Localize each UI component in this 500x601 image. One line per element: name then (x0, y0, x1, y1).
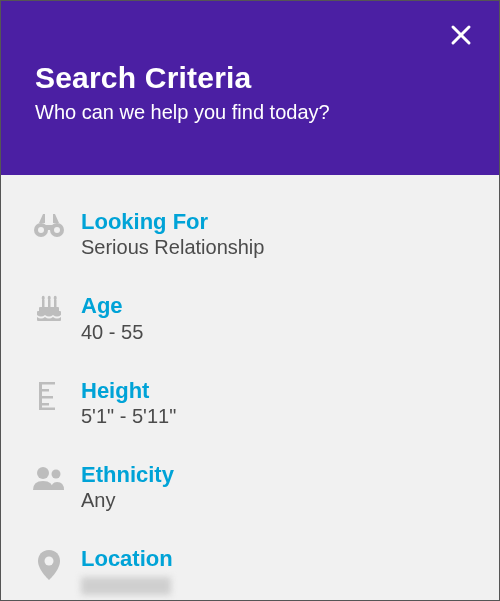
header: Search Criteria Who can we help you find… (1, 1, 499, 175)
criterion-location[interactable]: Location (31, 534, 469, 601)
svg-point-22 (52, 469, 61, 478)
location-pin-icon (31, 548, 67, 584)
people-icon (31, 464, 67, 500)
criterion-value-redacted (81, 573, 469, 600)
criterion-looking-for[interactable]: Looking For Serious Relationship (31, 197, 469, 281)
svg-point-13 (48, 296, 51, 300)
svg-rect-19 (39, 403, 49, 406)
criterion-value: 40 - 55 (81, 321, 469, 344)
svg-rect-20 (39, 407, 55, 410)
svg-point-12 (42, 296, 45, 300)
page-title: Search Criteria (35, 61, 465, 95)
criterion-ethnicity[interactable]: Ethnicity Any (31, 450, 469, 534)
criterion-age[interactable]: Age 40 - 55 (31, 281, 469, 365)
criterion-label: Ethnicity (81, 462, 469, 487)
svg-rect-18 (39, 396, 53, 399)
svg-rect-17 (39, 389, 49, 392)
page-subtitle: Who can we help you find today? (35, 101, 465, 124)
svg-point-21 (37, 467, 49, 479)
svg-point-23 (45, 557, 54, 566)
svg-rect-16 (39, 382, 55, 385)
svg-rect-9 (42, 300, 45, 308)
close-button[interactable] (447, 21, 475, 49)
svg-rect-7 (37, 311, 61, 321)
svg-point-5 (54, 227, 60, 233)
close-icon (450, 24, 472, 46)
criterion-label: Height (81, 378, 469, 403)
svg-point-14 (54, 296, 57, 300)
birthday-cake-icon (31, 295, 67, 331)
svg-rect-10 (48, 300, 51, 308)
criterion-label: Location (81, 546, 469, 571)
criterion-label: Looking For (81, 209, 469, 234)
binoculars-icon (31, 211, 67, 247)
criterion-value: 5'1" - 5'11" (81, 405, 469, 428)
criterion-height[interactable]: Height 5'1" - 5'11" (31, 366, 469, 450)
svg-point-4 (38, 227, 44, 233)
ruler-icon (31, 380, 67, 416)
criterion-value: Serious Relationship (81, 236, 469, 259)
criterion-value: Any (81, 489, 469, 512)
criterion-label: Age (81, 293, 469, 318)
svg-rect-11 (54, 300, 57, 308)
svg-rect-6 (45, 225, 53, 230)
criteria-list: Looking For Serious Relationship Age 40 … (1, 175, 499, 601)
